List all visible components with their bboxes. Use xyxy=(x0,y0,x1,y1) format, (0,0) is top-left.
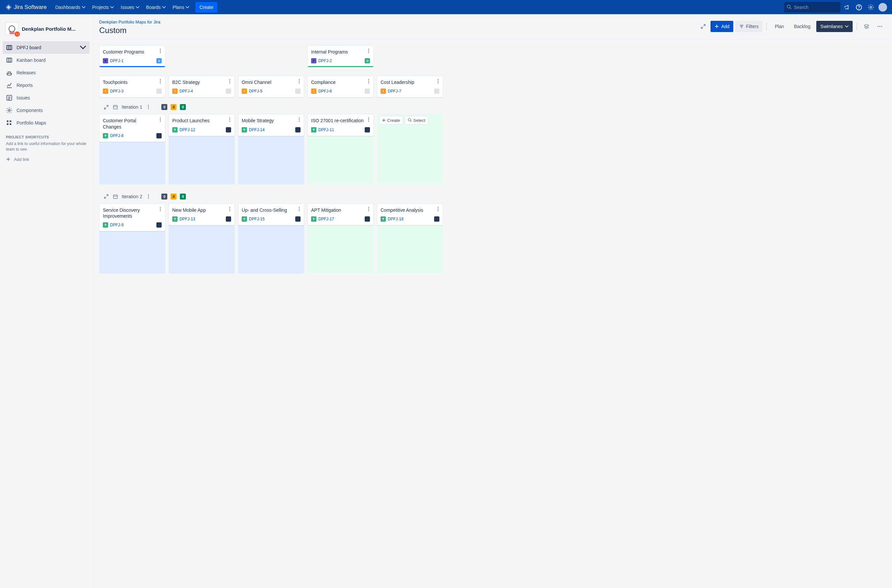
collapse-iteration-button[interactable] xyxy=(103,194,109,200)
settings-button[interactable] xyxy=(866,2,876,12)
add-button[interactable]: Add xyxy=(710,21,733,32)
swimlanes-button[interactable]: Swimlanes xyxy=(816,21,853,32)
story-card[interactable]: Competitive Analysis DPFJ-18 xyxy=(377,204,443,225)
card-more-button[interactable] xyxy=(227,207,232,212)
card-more-button[interactable] xyxy=(366,48,371,54)
lane-dropzone[interactable] xyxy=(99,141,165,184)
issue-key[interactable]: DPFJ-3 xyxy=(110,89,124,93)
backlog-button[interactable]: Backlog xyxy=(790,21,814,32)
sidebar-item[interactable]: Kanban board xyxy=(3,54,90,66)
card-more-button[interactable] xyxy=(366,117,371,122)
issue-key[interactable]: DPFJ-5 xyxy=(249,89,263,93)
sidebar-item[interactable]: Reports xyxy=(3,79,90,92)
card-more-button[interactable] xyxy=(296,79,302,84)
issue-key[interactable]: DPFJ-9 xyxy=(110,223,124,227)
more-actions-button[interactable] xyxy=(874,21,885,32)
sidebar-item[interactable]: Components xyxy=(3,104,90,117)
story-card[interactable]: ISO 27001 re-certification DPFJ-11 xyxy=(307,114,374,136)
epic-card[interactable]: Touchpoints DPFJ-3 xyxy=(99,76,165,98)
issue-key[interactable]: DPFJ-15 xyxy=(249,217,265,221)
lane-dropzone[interactable] xyxy=(99,231,165,273)
issue-key[interactable]: DPFJ-11 xyxy=(318,128,334,132)
story-card[interactable]: New Mobile App DPFJ-13 xyxy=(168,204,235,225)
profile-button[interactable] xyxy=(877,2,888,12)
lane-dropzone[interactable] xyxy=(307,225,374,273)
issue-key[interactable]: DPFJ-2 xyxy=(318,58,332,63)
issue-key[interactable]: DPFJ-13 xyxy=(179,217,195,221)
iteration-more-button[interactable] xyxy=(146,194,152,200)
breadcrumb[interactable]: Denkplan Portfolio Maps for Jira xyxy=(99,19,698,24)
global-search[interactable] xyxy=(784,2,841,12)
story-card[interactable]: Product Launches DPFJ-12 xyxy=(168,114,235,136)
lane-dropzone[interactable] xyxy=(168,225,235,273)
story-card[interactable]: Customer Portal Changes DPFJ-8 xyxy=(99,114,165,142)
sidebar-item[interactable]: Issues xyxy=(3,92,90,104)
epic-card[interactable]: B2C Strategy DPFJ-4 xyxy=(168,76,235,98)
card-more-button[interactable] xyxy=(435,207,441,212)
issue-key[interactable]: DPFJ-12 xyxy=(179,128,195,132)
project-header[interactable]: Denkplan Portfolio M... xyxy=(3,20,90,41)
lane-dropzone[interactable] xyxy=(238,225,304,273)
card-more-button[interactable] xyxy=(158,117,163,122)
sidebar-item[interactable]: DPFJ board xyxy=(3,41,90,54)
story-card[interactable]: APT Mitigation DPFJ-17 xyxy=(307,204,374,225)
jira-logo[interactable]: Jira Software xyxy=(0,4,52,10)
issue-key[interactable]: DPFJ-4 xyxy=(179,89,193,93)
topnav-item[interactable]: Issues xyxy=(117,0,143,14)
lane-dropzone[interactable] xyxy=(238,135,304,184)
lane-create-button[interactable]: Create xyxy=(379,116,403,124)
card-more-button[interactable] xyxy=(296,117,302,122)
plan-button[interactable]: Plan xyxy=(771,21,788,32)
lane-select-button[interactable]: Select xyxy=(405,116,428,124)
search-input[interactable] xyxy=(792,4,832,10)
issue-key[interactable]: DPFJ-7 xyxy=(388,89,402,93)
topnav-item[interactable]: Boards xyxy=(143,0,169,14)
project-name: Denkplan Portfolio M... xyxy=(22,26,76,32)
create-button[interactable]: Create xyxy=(196,2,217,12)
story-card[interactable]: Up- and Cross-Selling DPFJ-15 xyxy=(238,204,304,225)
card-more-button[interactable] xyxy=(158,79,163,84)
issue-key[interactable]: DPFJ-1 xyxy=(110,58,124,63)
card-more-button[interactable] xyxy=(227,79,232,84)
card-more-button[interactable] xyxy=(227,117,232,122)
layers-button[interactable] xyxy=(861,21,872,32)
story-icon xyxy=(242,216,247,222)
program-card[interactable]: Customer Programs DPFJ-1 xyxy=(99,45,165,67)
help-button[interactable] xyxy=(854,2,864,12)
topnav-item[interactable]: Projects xyxy=(89,0,118,14)
topnav-item[interactable]: Plans xyxy=(169,0,193,14)
program-card[interactable]: Internal Programs DPFJ-2 xyxy=(307,45,374,67)
issue-key[interactable]: DPFJ-8 xyxy=(110,134,124,138)
card-more-button[interactable] xyxy=(158,48,163,54)
sidebar-item[interactable]: Releases xyxy=(3,66,90,79)
issue-key[interactable]: DPFJ-6 xyxy=(318,89,332,93)
add-link-button[interactable]: Add link xyxy=(3,152,90,166)
epic-card[interactable]: Compliance DPFJ-6 xyxy=(307,76,374,98)
lane-dropzone[interactable] xyxy=(377,126,443,184)
lane-dropzone[interactable] xyxy=(168,135,235,184)
card-more-button[interactable] xyxy=(366,79,371,84)
card-more-button[interactable] xyxy=(435,79,441,84)
story-card[interactable]: Mobile Strategy DPFJ-14 xyxy=(238,114,304,136)
tag-button[interactable] xyxy=(156,58,162,63)
story-card[interactable]: Service Discovery Improvements DPFJ-9 xyxy=(99,204,165,231)
lane: Customer Portal Changes DPFJ-8 xyxy=(99,114,165,184)
feedback-button[interactable] xyxy=(842,2,852,12)
lane-dropzone[interactable] xyxy=(307,135,374,184)
filters-button[interactable]: Filters xyxy=(735,21,763,32)
collapse-iteration-button[interactable] xyxy=(103,104,109,110)
card-more-button[interactable] xyxy=(366,207,371,212)
collapse-button[interactable] xyxy=(698,21,708,32)
topnav-item[interactable]: Dashboards xyxy=(52,0,89,14)
tag-button[interactable] xyxy=(365,58,370,63)
issue-key[interactable]: DPFJ-17 xyxy=(318,217,334,221)
card-more-button[interactable] xyxy=(296,207,302,212)
iteration-more-button[interactable] xyxy=(146,104,152,110)
card-more-button[interactable] xyxy=(158,207,163,212)
issue-key[interactable]: DPFJ-18 xyxy=(388,217,403,221)
sidebar-item[interactable]: Portfolio Maps xyxy=(3,117,90,129)
epic-card[interactable]: Omni Channel DPFJ-5 xyxy=(238,76,304,98)
lane-dropzone[interactable] xyxy=(377,225,443,273)
epic-card[interactable]: Cost Leadership DPFJ-7 xyxy=(377,76,443,98)
issue-key[interactable]: DPFJ-14 xyxy=(249,128,265,132)
